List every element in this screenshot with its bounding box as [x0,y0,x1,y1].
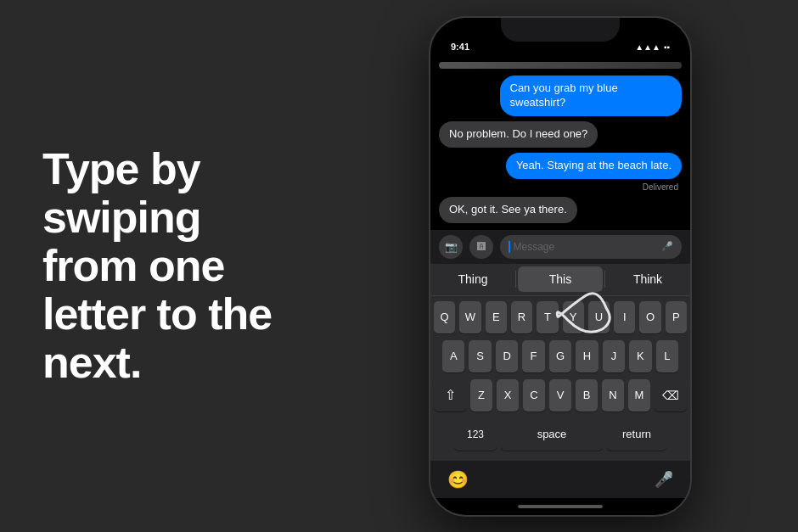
autocomplete-item-think[interactable]: Think [605,264,690,295]
key-l[interactable]: L [656,340,678,372]
mic-icon[interactable]: 🎤 [655,470,673,489]
message-bar[interactable]: 📷 🅰 Message 🎤 [430,230,690,264]
mic-icon-input[interactable]: 🎤 [661,241,673,252]
key-r[interactable]: R [511,301,532,333]
battery-icon: ▪▪ [664,42,670,52]
camera-icon[interactable]: 📷 [439,235,463,259]
chat-area[interactable]: Can you grab my blue sweatshirt? No prob… [430,55,690,230]
cursor [509,241,510,253]
right-panel: 9:41 ▲▲▲ ▪▪ Can you grab my blue sweatsh… [323,0,798,532]
key-row-2: A S D F G H J K L [434,340,687,372]
photo-placeholder [439,62,682,70]
key-k[interactable]: K [629,340,651,372]
key-a[interactable]: A [442,340,464,372]
key-row-4: 123 space return [434,418,687,451]
key-d[interactable]: D [496,340,518,372]
key-n[interactable]: N [602,379,624,412]
key-delete[interactable]: ⌫ [655,379,687,412]
key-m[interactable]: M [628,379,650,412]
key-h[interactable]: H [576,340,598,372]
key-x[interactable]: X [497,379,519,412]
phone: 9:41 ▲▲▲ ▪▪ Can you grab my blue sweatsh… [429,16,692,517]
key-g[interactable]: G [549,340,571,372]
autocomplete-divider-1 [515,271,516,288]
status-icons: ▲▲▲ ▪▪ [635,42,670,52]
key-y[interactable]: Y [563,301,584,333]
message-bubble-received-1: No problem. Do I need one? [439,121,598,148]
key-numbers[interactable]: 123 [454,418,497,451]
left-panel: Type by swiping from one letter to the n… [0,111,323,422]
message-bubble-sent-2: Yeah. Staying at the beach late. [506,153,682,179]
message-bubble-received-2: OK, got it. See ya there. [439,197,577,223]
bottom-bar: 😊 🎤 [430,461,690,498]
key-q[interactable]: Q [434,301,455,333]
key-w[interactable]: W [459,301,480,333]
message-bubble-sent-1: Can you grab my blue sweatshirt? [500,76,683,116]
autocomplete-item-this[interactable]: This [518,266,603,292]
keyboard[interactable]: Q W E R T Y U I O P A S D F G [430,296,690,461]
key-z[interactable]: Z [470,379,492,412]
message-input[interactable]: Message 🎤 [500,235,682,259]
autocomplete-item-thing[interactable]: Thing [430,264,515,295]
key-row-1: Q W E R T Y U I O P [434,301,687,333]
key-return[interactable]: return [607,418,666,451]
emoji-icon[interactable]: 😊 [447,469,469,490]
notch [501,18,620,42]
home-bar [518,505,603,508]
key-space[interactable]: space [501,418,603,451]
key-c[interactable]: C [523,379,545,412]
key-row-3: ⇧ Z X C V B N M ⌫ [434,379,687,412]
headline: Type by swiping from one letter to the n… [42,145,280,388]
key-s[interactable]: S [469,340,491,372]
key-o[interactable]: O [639,301,660,333]
key-j[interactable]: J [603,340,625,372]
apps-icon[interactable]: 🅰 [469,235,493,259]
autocomplete-bar: Thing This Think [430,264,690,296]
status-time: 9:41 [451,42,469,52]
key-v[interactable]: V [549,379,571,412]
key-e[interactable]: E [486,301,507,333]
screen: 9:41 ▲▲▲ ▪▪ Can you grab my blue sweatsh… [430,18,690,515]
key-f[interactable]: F [522,340,544,372]
delivered-label: Delivered [643,182,682,192]
message-placeholder: Message [514,241,555,253]
key-u[interactable]: U [588,301,610,333]
key-p[interactable]: P [666,301,687,333]
signal-icon: ▲▲▲ [635,42,660,52]
home-indicator [430,498,690,515]
key-t[interactable]: T [537,301,558,333]
key-b[interactable]: B [576,379,598,412]
key-i[interactable]: I [614,301,635,333]
key-shift[interactable]: ⇧ [434,379,466,412]
